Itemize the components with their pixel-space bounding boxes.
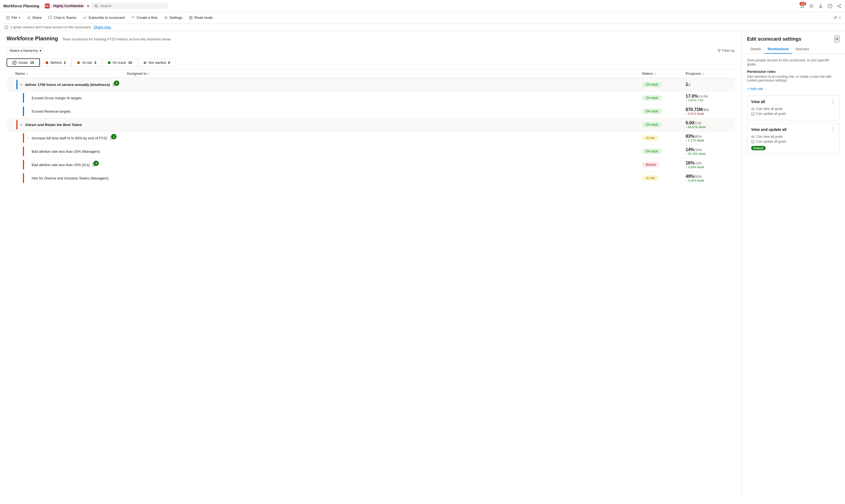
svg-point-31 <box>751 136 754 138</box>
status-cell: At risk <box>642 175 686 181</box>
row-name: Exceed Revenue targets <box>6 106 127 116</box>
svg-point-22 <box>165 17 166 18</box>
more-options-button[interactable]: ⋮ <box>830 99 835 105</box>
svg-point-5 <box>811 5 812 6</box>
add-role-button[interactable]: + Add role <box>747 86 763 92</box>
tab-permissions[interactable]: Permissions <box>764 45 792 54</box>
settings-button[interactable]: Settings <box>161 15 185 21</box>
refresh-icon[interactable]: ↺ <box>833 15 837 20</box>
table-row: ∨ deliver 1700 hours of service annually… <box>6 78 735 91</box>
progress-cell: 17.0%/14.6% ↑ 3.87% YTD <box>686 94 735 102</box>
help-icon-btn[interactable]: ? <box>828 3 832 8</box>
at-risk-dot <box>77 61 80 64</box>
row-name: Exceed Gross margin % targets <box>6 93 127 103</box>
search-icon <box>94 4 98 8</box>
expand-button[interactable]: ∨ <box>19 123 23 127</box>
panel-title: Edit scorecard settings <box>747 36 801 42</box>
svg-point-29 <box>753 109 753 109</box>
main-layout: Workforce Planning Team scorecard for tr… <box>0 31 845 500</box>
row-name: Bad attrition rate less than 15% (ICs) 2 <box>6 160 127 169</box>
right-panel: Edit scorecard settings ✕ Details Permis… <box>741 31 845 500</box>
sort-icon-assigned: ↕ <box>148 71 150 75</box>
panel-body: Give people access to this scorecard, or… <box>742 54 845 500</box>
file-button[interactable]: File ▾ <box>3 15 23 21</box>
svg-line-11 <box>839 5 840 6</box>
col-header-name[interactable]: Name ↕ <box>6 71 127 75</box>
svg-rect-24 <box>191 16 192 19</box>
status-cell: On track <box>642 109 686 114</box>
subscribe-button[interactable]: Subscribe to scorecard <box>80 15 127 21</box>
on-track-summary[interactable]: On track 10 <box>102 59 138 67</box>
permission-item: Can update all goals <box>751 112 835 115</box>
status-badge: On track <box>642 82 662 87</box>
separator: | <box>41 4 42 8</box>
settings-icon-btn[interactable] <box>809 3 814 8</box>
col-header-progress[interactable]: Progress ↕ <box>686 71 735 75</box>
permission-item: Can view all goals <box>751 135 835 139</box>
scorecard-title-top[interactable]: HC Highly Confidential ▾ <box>45 3 89 8</box>
read-icon <box>189 16 193 20</box>
share-now-link[interactable]: Share now. <box>94 25 111 29</box>
progress-cell: 83%/85% ↑ 3.17% MoM <box>686 134 735 142</box>
notification-button[interactable]: 119 <box>800 3 805 8</box>
expand-button[interactable]: ∨ <box>19 83 23 87</box>
col-header-status[interactable]: Status ↕ <box>642 71 686 75</box>
progress-cell: 5.00/5.00 ↑ 66.67% MoM <box>686 121 735 129</box>
goals-summary[interactable]: Goals 15 <box>6 58 40 67</box>
tab-details[interactable]: Details <box>747 45 764 54</box>
flow-button[interactable]: Create a flow <box>128 15 160 21</box>
search-bar[interactable] <box>91 3 168 9</box>
chat-icon <box>48 16 52 20</box>
svg-line-19 <box>28 17 29 17</box>
filter-button[interactable]: Filter by <box>717 49 735 53</box>
progress-cell: $70.72M/$64. ↓ 9.51% MoM <box>686 107 735 115</box>
more-options-button[interactable]: ⋮ <box>830 127 835 132</box>
row-name: Hire for Diverse and Inclusive Teams (Ma… <box>6 173 127 183</box>
not-started-summary[interactable]: Not started 0 <box>138 59 176 67</box>
role-card-view-update-all: View and update all ⋮ Can view all goals <box>747 123 840 154</box>
search-input[interactable] <box>100 4 164 8</box>
hierarchy-select[interactable]: Select a hierarchy ▾ <box>6 47 45 54</box>
confidential-badge: Highly Confidential <box>51 3 85 8</box>
row-name: ∨ deliver 1700 hours of service annually… <box>6 79 127 89</box>
color-bar <box>23 173 24 183</box>
download-icon-btn[interactable] <box>818 3 823 8</box>
at-risk-summary[interactable]: At risk 3 <box>71 59 102 67</box>
status-badge: On track <box>642 149 662 154</box>
svg-text:?: ? <box>829 4 831 7</box>
close-button[interactable]: ✕ <box>834 35 840 42</box>
tab-statuses[interactable]: Statuses <box>792 45 812 54</box>
chat-button[interactable]: Chat in Teams <box>46 15 79 21</box>
progress-cell: 2/2 <box>686 82 735 87</box>
status-cell: On track <box>642 149 686 154</box>
expand-button[interactable]: › <box>26 136 30 140</box>
status-badge: Behind <box>642 162 660 167</box>
col-header-assigned[interactable]: Assigned to ↕ <box>127 71 642 75</box>
color-bar <box>16 79 17 89</box>
goals-count: 15 <box>30 60 34 65</box>
role-card-view-all: View all ⋮ Can view all goals Can upda <box>747 95 840 120</box>
not-started-label: Not started <box>148 60 166 65</box>
table-row: ∨ Attract and Retain the Best Talent On … <box>6 118 735 131</box>
on-track-count: 10 <box>128 60 132 65</box>
confidential-icon: HC <box>45 3 50 8</box>
status-cell: On track <box>642 95 686 101</box>
chat-count: 1 <box>111 134 117 139</box>
svg-line-12 <box>839 6 840 7</box>
read-mode-button[interactable]: Read mode <box>186 15 215 21</box>
progress-cell: 14%/15% ↑ 35.78% MoM <box>686 147 735 156</box>
row-name: ∨ Attract and Retain the Best Talent <box>6 120 127 129</box>
status-badge: At risk <box>642 175 658 181</box>
top-bar-right: 119 ? <box>800 3 842 8</box>
share-icon <box>27 16 31 20</box>
svg-point-28 <box>751 108 754 110</box>
behind-summary[interactable]: Behind 2 <box>40 59 71 67</box>
svg-line-20 <box>28 18 29 18</box>
share-button[interactable]: Share <box>24 15 45 21</box>
bookmark-icon[interactable]: ☆ <box>838 15 842 20</box>
share-icon-btn[interactable] <box>837 3 842 8</box>
svg-point-32 <box>753 137 753 137</box>
panel-tabs: Details Permissions Statuses <box>742 45 845 54</box>
behind-dot <box>46 61 48 64</box>
status-cell: At risk <box>642 135 686 141</box>
